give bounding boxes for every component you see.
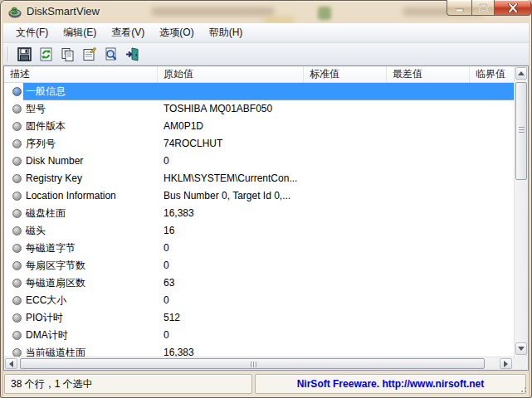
property-dot-icon xyxy=(12,331,22,340)
property-dot-icon xyxy=(12,157,22,166)
row-description: 当前磁道柱面 xyxy=(26,344,85,357)
row-raw-value: 16 xyxy=(164,222,174,240)
copy-icon xyxy=(60,46,76,62)
minimize-icon xyxy=(456,4,464,12)
property-dot-icon xyxy=(12,174,22,183)
refresh-button[interactable] xyxy=(35,44,56,65)
exit-icon xyxy=(124,46,140,62)
table-row[interactable]: DMA计时 0 xyxy=(4,327,514,344)
svg-text:S: S xyxy=(12,6,17,16)
table-row[interactable]: 当前磁道柱面 16,383 xyxy=(4,344,514,357)
scroll-right-button[interactable] xyxy=(500,358,512,369)
property-dot-icon xyxy=(12,192,22,201)
menu-view[interactable]: 查看(V) xyxy=(104,23,152,42)
table-row[interactable]: ECC大小 0 xyxy=(4,292,514,309)
property-dot-icon xyxy=(12,122,22,131)
save-button[interactable] xyxy=(13,44,35,65)
table-row[interactable]: 每扇区字节数 0 xyxy=(4,257,514,274)
property-dot-icon xyxy=(12,348,22,357)
app-icon: S xyxy=(8,5,22,18)
table-row[interactable]: 型号 TOSHIBA MQ01ABF050 xyxy=(4,100,514,118)
property-dot-icon xyxy=(12,104,22,114)
menu-bar: 文件(F) 编辑(E) 查看(V) 选项(O) 帮助(H) xyxy=(3,23,529,42)
minimize-button[interactable] xyxy=(447,0,471,16)
row-raw-value: AM0P1D xyxy=(164,118,203,135)
horizontal-scrollbar[interactable] xyxy=(4,357,514,370)
table-row[interactable]: 固件版本 AM0P1D xyxy=(4,118,514,135)
scroll-left-button[interactable] xyxy=(5,358,17,369)
copy-button[interactable] xyxy=(56,44,78,65)
scroll-down-button[interactable] xyxy=(515,342,527,355)
titlebar-glass-artifact xyxy=(152,7,274,16)
find-button[interactable] xyxy=(100,44,121,65)
row-description: Disk Number xyxy=(26,153,83,170)
property-dot-icon xyxy=(12,244,22,253)
menu-edit[interactable]: 编辑(E) xyxy=(56,23,104,42)
vertical-scrollbar[interactable] xyxy=(514,66,528,357)
row-description: 固件版本 xyxy=(26,118,66,135)
table-row[interactable]: 序列号 74ROCLHUT xyxy=(4,135,514,153)
row-raw-value: Bus Number 0, Target Id 0,... xyxy=(164,187,290,205)
row-raw-value: 74ROCLHUT xyxy=(164,135,222,153)
row-description: 一般信息 xyxy=(26,83,66,100)
property-dot-icon xyxy=(12,296,22,305)
menu-file[interactable]: 文件(F) xyxy=(8,23,56,42)
table-header: 描述 原始值 标准值 最差值 临界值 xyxy=(4,66,514,83)
properties-icon xyxy=(81,46,97,62)
row-raw-value: 0 xyxy=(164,292,169,309)
menu-help[interactable]: 帮助(H) xyxy=(202,23,251,42)
column-header-worst-value[interactable]: 最差值 xyxy=(387,66,470,82)
row-raw-value: 0 xyxy=(164,153,169,170)
resize-grip-icon[interactable] xyxy=(518,384,526,392)
status-row-count: 38 个行，1 个选中 xyxy=(4,374,252,394)
status-bar: 38 个行，1 个选中 NirSoft Freeware. http://www… xyxy=(3,373,529,396)
property-dot-icon xyxy=(12,261,22,270)
close-button[interactable] xyxy=(495,0,531,16)
row-raw-value: HKLM\SYSTEM\CurrentCon... xyxy=(164,170,297,187)
nirsoft-link[interactable]: NirSoft Freeware. http://www.nirsoft.net xyxy=(255,374,526,394)
titlebar[interactable]: S DiskSmartView xyxy=(0,0,532,23)
row-description: DMA计时 xyxy=(26,327,68,344)
table-row[interactable]: 磁盘柱面 16,383 xyxy=(4,205,514,222)
row-description: PIO计时 xyxy=(26,309,63,327)
find-icon xyxy=(103,46,119,62)
table-row[interactable]: PIO计时 512 xyxy=(4,309,514,327)
vertical-scrollbar-thumb[interactable] xyxy=(515,82,527,180)
scrollbar-corner xyxy=(514,357,528,370)
maximize-button[interactable] xyxy=(471,0,495,16)
table-row[interactable]: 每磁道字节 0 xyxy=(4,240,514,257)
exit-button[interactable] xyxy=(121,44,143,65)
property-dot-icon xyxy=(12,209,22,218)
arrow-left-icon xyxy=(6,361,13,367)
column-header-threshold[interactable]: 临界值 xyxy=(470,66,514,82)
table-row[interactable]: 一般信息 xyxy=(4,83,514,100)
titlebar-glass-artifact xyxy=(318,7,331,20)
column-header-raw-value[interactable]: 原始值 xyxy=(158,66,304,82)
arrow-right-icon xyxy=(504,361,511,367)
table-row[interactable]: 磁头 16 xyxy=(4,222,514,240)
table-row[interactable]: 每磁道扇区数 63 xyxy=(4,274,514,292)
toolbar-grip xyxy=(7,46,9,61)
row-description: Registry Key xyxy=(26,170,82,187)
row-description: 每扇区字节数 xyxy=(26,257,85,274)
scroll-up-button[interactable] xyxy=(515,67,527,80)
properties-button[interactable] xyxy=(78,44,100,65)
table-rows-viewport: 一般信息 型号 TOSHIBA MQ01ABF050 固件版本 AM0P1D 序… xyxy=(4,83,514,357)
table-row[interactable]: Disk Number 0 xyxy=(4,153,514,170)
table-row[interactable]: Location Information Bus Number 0, Targe… xyxy=(4,187,514,205)
menu-options[interactable]: 选项(O) xyxy=(152,23,201,42)
row-raw-value: 63 xyxy=(164,274,174,292)
horizontal-scrollbar-thumb[interactable] xyxy=(20,358,485,369)
column-header-description[interactable]: 描述 xyxy=(4,66,158,82)
row-description: 磁盘柱面 xyxy=(26,205,66,222)
property-dot-icon xyxy=(12,226,22,235)
row-description: Location Information xyxy=(26,187,116,205)
row-description: ECC大小 xyxy=(26,292,66,309)
table-row[interactable]: Registry Key HKLM\SYSTEM\CurrentCon... xyxy=(4,170,514,187)
row-raw-value: 512 xyxy=(164,309,180,327)
column-header-normalized-value[interactable]: 标准值 xyxy=(304,66,387,82)
property-dot-icon xyxy=(12,87,22,96)
property-dot-icon xyxy=(12,279,22,288)
smart-attributes-table: 描述 原始值 标准值 最差值 临界值 一般信息 xyxy=(3,66,529,371)
row-raw-value: 0 xyxy=(164,257,169,274)
